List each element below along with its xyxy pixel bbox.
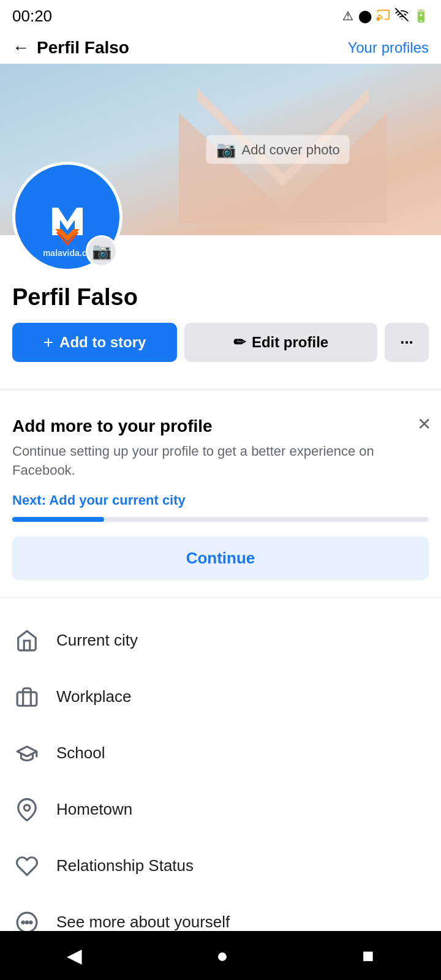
- back-button[interactable]: ←: [12, 38, 29, 58]
- svg-point-7: [26, 921, 28, 923]
- add-more-title: Add more to your profile: [12, 417, 429, 436]
- your-profiles-link[interactable]: Your profiles: [347, 39, 429, 56]
- graduation-icon: [12, 739, 42, 768]
- top-nav: ← Perfil Falso Your profiles: [0, 32, 441, 64]
- briefcase-icon: [12, 682, 42, 712]
- more-icon: ···: [400, 333, 413, 352]
- profile-item-hometown[interactable]: Hometown: [12, 782, 429, 838]
- plus-icon: +: [43, 333, 53, 352]
- edit-profile-button[interactable]: ✏ Edit profile: [184, 323, 377, 362]
- profile-item-current-city[interactable]: Current city: [12, 612, 429, 669]
- cast-icon: [377, 8, 390, 24]
- svg-point-6: [22, 921, 24, 923]
- change-photo-button[interactable]: 📷: [86, 235, 118, 267]
- alert-icon: ⚠: [342, 9, 353, 23]
- nav-recents-button[interactable]: ■: [362, 944, 374, 967]
- nav-back-button[interactable]: ◀: [67, 944, 82, 967]
- camera-icon: 📷: [216, 140, 236, 159]
- page-title: Perfil Falso: [37, 38, 129, 58]
- close-add-more-button[interactable]: ✕: [417, 414, 431, 434]
- progress-bar: [12, 517, 429, 522]
- add-story-label: Add to story: [59, 334, 146, 351]
- current-city-label: Current city: [56, 631, 138, 650]
- heart-icon: [12, 851, 42, 881]
- bottom-nav: ◀ ● ■: [0, 931, 441, 980]
- svg-point-8: [30, 921, 32, 923]
- workplace-label: Workplace: [56, 687, 131, 706]
- relationship-status-label: Relationship Status: [56, 856, 194, 875]
- profile-items-list: Current city Workplace School Ho: [0, 612, 441, 951]
- add-to-story-button[interactable]: + Add to story: [12, 323, 177, 362]
- battery-icon: 🔋: [413, 9, 429, 23]
- more-options-button[interactable]: ···: [385, 323, 429, 362]
- wifi-icon: [395, 8, 409, 24]
- cover-photo-area: 📷 Add cover photo malavida.co 📷: [0, 64, 441, 235]
- hometown-label: Hometown: [56, 800, 132, 819]
- svg-point-0: [377, 18, 379, 20]
- status-bar: 00:20 ⚠ ⬤ 🔋: [0, 0, 441, 32]
- profile-item-school[interactable]: School: [12, 725, 429, 782]
- see-more-label: See more about yourself: [56, 913, 230, 932]
- svg-rect-3: [17, 692, 37, 706]
- add-cover-label: Add cover photo: [242, 141, 340, 157]
- profile-item-workplace[interactable]: Workplace: [12, 669, 429, 725]
- status-time: 00:20: [12, 7, 52, 26]
- divider-1: [0, 389, 441, 390]
- edit-profile-label: Edit profile: [252, 334, 328, 351]
- school-label: School: [56, 744, 105, 763]
- svg-point-4: [24, 805, 30, 811]
- profile-picture-container: malavida.co 📷: [12, 162, 123, 272]
- add-cover-button[interactable]: 📷 Add cover photo: [206, 135, 350, 164]
- status-icons: ⚠ ⬤ 🔋: [342, 8, 429, 24]
- continue-button[interactable]: Continue: [12, 537, 429, 580]
- home-icon: [12, 626, 42, 655]
- action-buttons: + Add to story ✏ Edit profile ···: [12, 323, 429, 362]
- add-more-section: Add more to your profile Continue settin…: [0, 404, 441, 582]
- circle-icon: ⬤: [358, 9, 372, 23]
- nav-home-button[interactable]: ●: [216, 944, 228, 967]
- location-icon: [12, 795, 42, 824]
- add-more-description: Continue setting up your profile to get …: [12, 442, 429, 480]
- svg-marker-1: [179, 113, 387, 223]
- camera-change-icon: 📷: [92, 242, 111, 261]
- next-step-text: Next: Add your current city: [12, 492, 429, 508]
- divider-2: [0, 597, 441, 598]
- pencil-icon: ✏: [233, 334, 246, 351]
- profile-name: Perfil Falso: [12, 284, 429, 311]
- profile-item-relationship[interactable]: Relationship Status: [12, 838, 429, 894]
- progress-bar-fill: [12, 517, 104, 522]
